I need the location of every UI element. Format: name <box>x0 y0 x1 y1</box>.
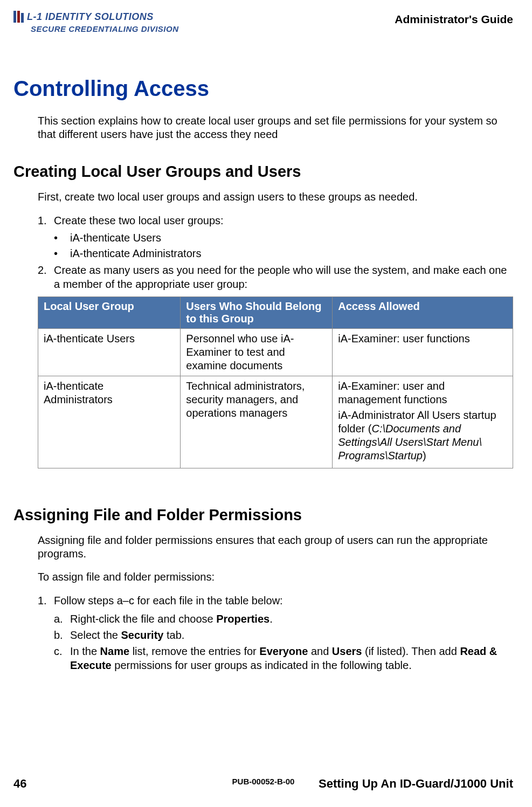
page-footer: 46 PUB-00052-B-00 Setting Up An ID-Guard… <box>13 777 513 791</box>
table-row: iA-thenticate Administrators Technical a… <box>38 376 513 468</box>
step-number: 1. <box>38 213 54 227</box>
step-2: 2. Create as many users as you need for … <box>38 263 513 291</box>
publication-id: PUB-00052-B-00 <box>232 777 295 786</box>
sub-label: c. <box>54 644 70 672</box>
step-text: Follow steps a–c for each file in the ta… <box>54 594 283 608</box>
step-text: Create as many users as you need for the… <box>54 263 513 291</box>
table-cell: iA-Examiner: user and management functio… <box>333 376 513 468</box>
table-header: Local User Group <box>38 297 181 329</box>
section1-intro: First, create two local user groups and … <box>38 190 513 204</box>
step-number: 2. <box>38 263 54 291</box>
sub-text: Right-click the file and choose Properti… <box>70 612 273 626</box>
sub-label: b. <box>54 628 70 642</box>
bullet-item: • iA-thenticate Administrators <box>54 247 513 260</box>
intro-paragraph: This section explains how to create loca… <box>38 114 513 141</box>
sub-step-b: b. Select the Security tab. <box>54 628 513 642</box>
logo-bars-icon <box>13 11 24 23</box>
table-cell: iA-thenticate Administrators <box>38 376 181 468</box>
sub-text: Select the Security tab. <box>70 628 184 642</box>
company-logo: L-1 IDENTITY SOLUTIONS SECURE CREDENTIAL… <box>13 11 179 33</box>
step-text: Create these two local user groups: <box>54 213 224 227</box>
sub-step-a: a. Right-click the file and choose Prope… <box>54 612 513 626</box>
page-header: L-1 IDENTITY SOLUTIONS SECURE CREDENTIAL… <box>13 11 513 33</box>
footer-section-title: Setting Up An ID-Guard/J1000 Unit <box>319 777 513 791</box>
section2-intro2: To assign file and folder permissions: <box>38 570 513 584</box>
bullet-text: iA-thenticate Users <box>70 232 161 244</box>
logo-text-line2: SECURE CREDENTIALING DIVISION <box>31 24 179 33</box>
bullet-icon: • <box>54 232 70 244</box>
cell-paragraph: iA-Administrator All Users startup folde… <box>338 409 507 463</box>
step-1: 1. Create these two local user groups: <box>38 213 513 227</box>
sub-step-c: c. In the Name list, remove the entries … <box>54 644 513 672</box>
step-number: 1. <box>38 594 54 608</box>
bullet-text: iA-thenticate Administrators <box>70 247 201 260</box>
table-row: iA-thenticate Users Personnel who use iA… <box>38 329 513 376</box>
logo-text-line1: L-1 IDENTITY SOLUTIONS <box>27 11 154 23</box>
table-cell: Technical administrators, security manag… <box>181 376 333 468</box>
table-header: Users Who Should Belong to this Group <box>181 297 333 329</box>
heading-2-permissions: Assigning File and Folder Permissions <box>13 506 513 524</box>
sub-label: a. <box>54 612 70 626</box>
table-cell: Personnel who use iA-Examiner to test an… <box>181 329 333 376</box>
heading-2-groups: Creating Local User Groups and Users <box>13 163 513 181</box>
section2-intro: Assigning file and folder permissions en… <box>38 534 513 561</box>
document-title: Administrator's Guide <box>395 11 513 26</box>
bullet-item: • iA-thenticate Users <box>54 232 513 244</box>
table-cell: iA-Examiner: user functions <box>333 329 513 376</box>
sub-text: In the Name list, remove the entries for… <box>70 644 513 672</box>
bullet-icon: • <box>54 247 70 260</box>
step-1-perms: 1. Follow steps a–c for each file in the… <box>38 594 513 608</box>
table-header: Access Allowed <box>333 297 513 329</box>
table-cell: iA-thenticate Users <box>38 329 181 376</box>
user-groups-table: Local User Group Users Who Should Belong… <box>38 296 513 468</box>
cell-paragraph: iA-Examiner: user and management functio… <box>338 380 507 406</box>
heading-1: Controlling Access <box>13 77 513 101</box>
page-number: 46 <box>13 777 26 791</box>
